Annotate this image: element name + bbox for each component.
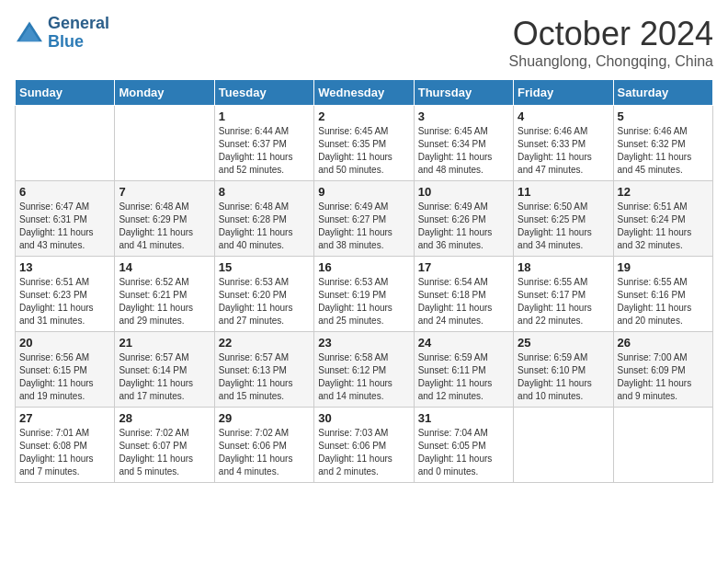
calendar-cell: 2Sunrise: 6:45 AM Sunset: 6:35 PM Daylig… xyxy=(314,106,414,181)
day-number: 20 xyxy=(19,336,110,350)
calendar-cell: 6Sunrise: 6:47 AM Sunset: 6:31 PM Daylig… xyxy=(16,181,115,257)
day-info: Sunrise: 7:04 AM Sunset: 6:05 PM Dayligh… xyxy=(418,427,509,478)
logo-line2: Blue xyxy=(48,33,109,52)
day-number: 11 xyxy=(518,185,609,199)
day-info: Sunrise: 6:48 AM Sunset: 6:29 PM Dayligh… xyxy=(119,201,210,252)
day-number: 13 xyxy=(19,260,110,274)
calendar-cell: 4Sunrise: 6:46 AM Sunset: 6:33 PM Daylig… xyxy=(514,106,613,181)
calendar-cell: 12Sunrise: 6:51 AM Sunset: 6:24 PM Dayli… xyxy=(613,181,712,257)
calendar-cell: 22Sunrise: 6:57 AM Sunset: 6:13 PM Dayli… xyxy=(214,332,313,408)
day-number: 24 xyxy=(418,336,509,350)
month-title: October 2024 xyxy=(509,15,713,53)
day-info: Sunrise: 6:46 AM Sunset: 6:32 PM Dayligh… xyxy=(618,125,709,177)
day-info: Sunrise: 6:58 AM Sunset: 6:12 PM Dayligh… xyxy=(318,351,409,403)
day-info: Sunrise: 6:50 AM Sunset: 6:25 PM Dayligh… xyxy=(518,201,609,252)
calendar-cell: 27Sunrise: 7:01 AM Sunset: 6:08 PM Dayli… xyxy=(16,408,115,483)
day-number: 27 xyxy=(19,411,110,425)
calendar-cell: 16Sunrise: 6:53 AM Sunset: 6:19 PM Dayli… xyxy=(314,257,414,332)
calendar-cell: 26Sunrise: 7:00 AM Sunset: 6:09 PM Dayli… xyxy=(613,332,712,408)
day-header-friday: Friday xyxy=(514,80,613,106)
title-area: October 2024 Shuanglong, Chongqing, Chin… xyxy=(509,15,713,70)
calendar-cell: 29Sunrise: 7:02 AM Sunset: 6:06 PM Dayli… xyxy=(214,408,313,483)
calendar-cell: 3Sunrise: 6:45 AM Sunset: 6:34 PM Daylig… xyxy=(414,106,513,181)
calendar-table: SundayMondayTuesdayWednesdayThursdayFrid… xyxy=(15,79,713,483)
day-info: Sunrise: 6:57 AM Sunset: 6:13 PM Dayligh… xyxy=(219,351,310,403)
calendar-cell: 1Sunrise: 6:44 AM Sunset: 6:37 PM Daylig… xyxy=(214,106,313,181)
calendar-cell: 11Sunrise: 6:50 AM Sunset: 6:25 PM Dayli… xyxy=(514,181,613,257)
calendar-cell xyxy=(115,106,214,181)
day-number: 2 xyxy=(318,109,409,123)
calendar-cell: 30Sunrise: 7:03 AM Sunset: 6:06 PM Dayli… xyxy=(314,408,414,483)
day-number: 22 xyxy=(219,336,310,350)
day-info: Sunrise: 6:55 AM Sunset: 6:16 PM Dayligh… xyxy=(618,276,709,327)
day-number: 1 xyxy=(219,109,310,123)
day-info: Sunrise: 6:55 AM Sunset: 6:17 PM Dayligh… xyxy=(518,276,609,327)
day-info: Sunrise: 6:45 AM Sunset: 6:35 PM Dayligh… xyxy=(318,125,409,177)
calendar-week-5: 27Sunrise: 7:01 AM Sunset: 6:08 PM Dayli… xyxy=(16,408,713,483)
day-info: Sunrise: 7:00 AM Sunset: 6:09 PM Dayligh… xyxy=(618,351,709,403)
day-info: Sunrise: 6:56 AM Sunset: 6:15 PM Dayligh… xyxy=(19,351,110,403)
day-number: 7 xyxy=(119,185,210,199)
calendar-cell: 9Sunrise: 6:49 AM Sunset: 6:27 PM Daylig… xyxy=(314,181,414,257)
logo: General Blue xyxy=(15,15,109,52)
logo-icon xyxy=(15,20,44,46)
calendar-week-3: 13Sunrise: 6:51 AM Sunset: 6:23 PM Dayli… xyxy=(16,257,713,332)
day-info: Sunrise: 6:59 AM Sunset: 6:11 PM Dayligh… xyxy=(418,351,509,403)
day-info: Sunrise: 6:51 AM Sunset: 6:24 PM Dayligh… xyxy=(618,201,709,252)
day-number: 8 xyxy=(219,185,310,199)
day-info: Sunrise: 6:57 AM Sunset: 6:14 PM Dayligh… xyxy=(119,351,210,403)
location-subtitle: Shuanglong, Chongqing, China xyxy=(509,53,713,70)
calendar-cell: 20Sunrise: 6:56 AM Sunset: 6:15 PM Dayli… xyxy=(16,332,115,408)
day-info: Sunrise: 6:54 AM Sunset: 6:18 PM Dayligh… xyxy=(418,276,509,327)
calendar-cell: 25Sunrise: 6:59 AM Sunset: 6:10 PM Dayli… xyxy=(514,332,613,408)
day-header-tuesday: Tuesday xyxy=(214,80,313,106)
calendar-cell xyxy=(514,408,613,483)
calendar-cell: 8Sunrise: 6:48 AM Sunset: 6:28 PM Daylig… xyxy=(214,181,313,257)
day-info: Sunrise: 6:49 AM Sunset: 6:27 PM Dayligh… xyxy=(318,201,409,252)
day-number: 26 xyxy=(618,336,709,350)
calendar-cell: 5Sunrise: 6:46 AM Sunset: 6:32 PM Daylig… xyxy=(613,106,712,181)
day-number: 5 xyxy=(618,109,709,123)
day-info: Sunrise: 6:47 AM Sunset: 6:31 PM Dayligh… xyxy=(19,201,110,252)
calendar-header-row: SundayMondayTuesdayWednesdayThursdayFrid… xyxy=(16,80,713,106)
day-header-sunday: Sunday xyxy=(16,80,115,106)
day-number: 30 xyxy=(318,411,409,425)
day-number: 10 xyxy=(418,185,509,199)
day-number: 14 xyxy=(119,260,210,274)
day-info: Sunrise: 6:59 AM Sunset: 6:10 PM Dayligh… xyxy=(518,351,609,403)
calendar-cell xyxy=(16,106,115,181)
day-info: Sunrise: 7:02 AM Sunset: 6:07 PM Dayligh… xyxy=(119,427,210,478)
day-header-thursday: Thursday xyxy=(414,80,513,106)
calendar-cell: 10Sunrise: 6:49 AM Sunset: 6:26 PM Dayli… xyxy=(414,181,513,257)
day-number: 21 xyxy=(119,336,210,350)
day-header-wednesday: Wednesday xyxy=(314,80,414,106)
day-info: Sunrise: 6:53 AM Sunset: 6:19 PM Dayligh… xyxy=(318,276,409,327)
calendar-cell: 15Sunrise: 6:53 AM Sunset: 6:20 PM Dayli… xyxy=(214,257,313,332)
calendar-cell: 24Sunrise: 6:59 AM Sunset: 6:11 PM Dayli… xyxy=(414,332,513,408)
day-number: 3 xyxy=(418,109,509,123)
day-number: 17 xyxy=(418,260,509,274)
day-info: Sunrise: 7:02 AM Sunset: 6:06 PM Dayligh… xyxy=(219,427,310,478)
calendar-week-4: 20Sunrise: 6:56 AM Sunset: 6:15 PM Dayli… xyxy=(16,332,713,408)
day-info: Sunrise: 6:44 AM Sunset: 6:37 PM Dayligh… xyxy=(219,125,310,177)
calendar-cell: 21Sunrise: 6:57 AM Sunset: 6:14 PM Dayli… xyxy=(115,332,214,408)
day-number: 12 xyxy=(618,185,709,199)
calendar-cell: 13Sunrise: 6:51 AM Sunset: 6:23 PM Dayli… xyxy=(16,257,115,332)
day-number: 18 xyxy=(518,260,609,274)
day-number: 4 xyxy=(518,109,609,123)
day-number: 16 xyxy=(318,260,409,274)
day-info: Sunrise: 6:52 AM Sunset: 6:21 PM Dayligh… xyxy=(119,276,210,327)
calendar-cell xyxy=(613,408,712,483)
calendar-week-2: 6Sunrise: 6:47 AM Sunset: 6:31 PM Daylig… xyxy=(16,181,713,257)
day-info: Sunrise: 6:49 AM Sunset: 6:26 PM Dayligh… xyxy=(418,201,509,252)
day-info: Sunrise: 6:51 AM Sunset: 6:23 PM Dayligh… xyxy=(19,276,110,327)
calendar-cell: 7Sunrise: 6:48 AM Sunset: 6:29 PM Daylig… xyxy=(115,181,214,257)
calendar-cell: 14Sunrise: 6:52 AM Sunset: 6:21 PM Dayli… xyxy=(115,257,214,332)
day-info: Sunrise: 7:03 AM Sunset: 6:06 PM Dayligh… xyxy=(318,427,409,478)
calendar-cell: 18Sunrise: 6:55 AM Sunset: 6:17 PM Dayli… xyxy=(514,257,613,332)
day-info: Sunrise: 7:01 AM Sunset: 6:08 PM Dayligh… xyxy=(19,427,110,478)
day-info: Sunrise: 6:48 AM Sunset: 6:28 PM Dayligh… xyxy=(219,201,310,252)
day-number: 29 xyxy=(219,411,310,425)
calendar-week-1: 1Sunrise: 6:44 AM Sunset: 6:37 PM Daylig… xyxy=(16,106,713,181)
calendar-cell: 19Sunrise: 6:55 AM Sunset: 6:16 PM Dayli… xyxy=(613,257,712,332)
